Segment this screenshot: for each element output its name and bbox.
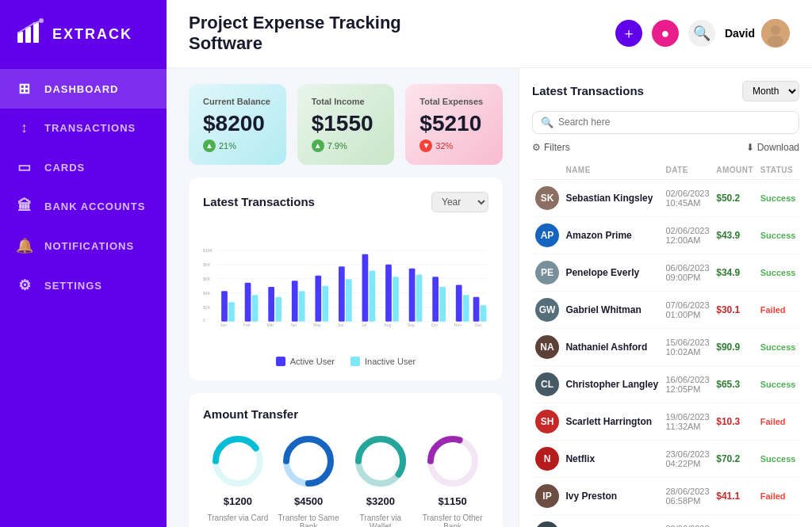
svg-rect-23 <box>268 287 274 322</box>
svg-point-3 <box>39 18 44 23</box>
status-badge: Failed <box>760 305 786 315</box>
svg-point-6 <box>768 36 783 47</box>
svg-rect-2 <box>33 22 39 43</box>
tx-date-cell: 19/06/2023 11:32AM <box>662 403 713 440</box>
svg-rect-27 <box>315 276 321 322</box>
tx-amount: $30.1 <box>716 304 740 315</box>
tx-date-cell: 16/06/2023 12:05PM <box>662 365 713 403</box>
legend-active: Active User <box>276 357 335 366</box>
tx-time: 04:22PM <box>665 459 710 468</box>
add-button[interactable]: ＋ <box>615 20 642 47</box>
svg-rect-38 <box>439 287 446 322</box>
tx-avatar-cell: SH <box>532 403 562 440</box>
record-button[interactable]: ● <box>652 20 679 47</box>
table-row[interactable]: GW Gabriel Whitman 07/06/2023 01:00PM $3… <box>532 291 799 328</box>
search-bar[interactable]: 🔍 <box>532 111 799 134</box>
sidebar-item-notifications[interactable]: 🔔NOTIFICATIONS <box>0 226 167 265</box>
tx-avatar: CL <box>535 372 559 396</box>
svg-text:Jun: Jun <box>337 323 343 327</box>
tx-avatar-cell: JM <box>532 514 562 527</box>
filters-button[interactable]: ⚙ Filters <box>532 142 570 153</box>
tx-status-cell: Failed <box>757 403 799 440</box>
tx-status-cell: Success <box>757 440 799 477</box>
transactions-icon: ↕ <box>16 120 33 136</box>
tx-time: 06:58PM <box>665 496 710 506</box>
download-icon: ⬇ <box>746 142 754 153</box>
status-badge: Failed <box>760 417 786 426</box>
cards-icon: ▭ <box>16 158 33 176</box>
stat-card-expenses: Total Expenses $5210 ▼ 32% <box>405 84 503 165</box>
tx-time: 12:05PM <box>665 384 710 394</box>
tx-avatar-cell: PE <box>532 254 562 291</box>
sidebar-item-transactions[interactable]: ↕TRANSACTIONS <box>0 109 167 147</box>
period-select[interactable]: Month Week Year <box>742 81 799 101</box>
svg-rect-32 <box>370 270 376 321</box>
tx-avatar-cell: GW <box>532 291 562 328</box>
stat-change-text: 21% <box>219 141 236 151</box>
tx-name-cell: Amazon Prime <box>562 216 662 254</box>
table-row[interactable]: PE Penelope Everly 06/06/2023 09:00PM $3… <box>532 254 799 291</box>
nav-label: NOTIFICATIONS <box>44 240 134 252</box>
tx-name: Sebastian Kingsley <box>565 193 659 204</box>
tx-avatar-cell: N <box>532 440 562 477</box>
tx-amount: $43.9 <box>716 230 740 241</box>
tx-avatar: JM <box>535 521 559 527</box>
transactions-table: NAME DATE AMOUNT STATUS SK Sebastian Kin… <box>532 161 799 527</box>
stat-label: Total Expenses <box>419 97 488 106</box>
tx-time: 12:00AM <box>665 235 710 245</box>
tx-avatar: NA <box>535 335 559 359</box>
tx-avatar: AP <box>535 223 559 247</box>
table-row[interactable]: CL Christopher Langley 16/06/2023 12:05P… <box>532 365 799 403</box>
chart-period-select[interactable]: Year Month Week <box>431 192 488 212</box>
sidebar-item-dashboard[interactable]: ⊞DASHBOARD <box>0 69 167 109</box>
search-input[interactable] <box>558 116 791 128</box>
transfer-label: Transfer to Other Bank <box>421 514 485 527</box>
search-button[interactable]: 🔍 <box>688 20 715 47</box>
tx-status-cell: Success <box>757 328 799 365</box>
sidebar-item-settings[interactable]: ⚙SETTINGS <box>0 265 167 305</box>
svg-rect-31 <box>362 254 369 322</box>
transfer-amount: $1200 <box>224 495 252 507</box>
tx-name-cell: Scarlett Harrington <box>562 403 662 440</box>
stat-card-income: Total Income $1550 ▲ 7.9% <box>297 84 395 165</box>
table-row[interactable]: SK Sebastian Kingsley 02/06/2023 10:45AM… <box>532 179 799 216</box>
tx-name-cell: Gabriel Whitman <box>562 291 662 328</box>
svg-text:Oct: Oct <box>431 323 439 327</box>
tx-name-cell: Penelope Everly <box>562 254 662 291</box>
tx-name-cell: Christopher Langley <box>562 365 662 403</box>
svg-rect-35 <box>409 269 416 322</box>
svg-text:$4K: $4K <box>203 291 211 296</box>
table-row[interactable]: AP Amazon Prime 02/06/2023 12:00AM $43.9… <box>532 216 799 254</box>
sidebar-item-cards[interactable]: ▭CARDS <box>0 147 167 187</box>
transfer-item-2: $3200 Transfer via Wallet <box>349 433 412 527</box>
bank-accounts-icon: 🏛 <box>16 198 33 215</box>
tx-date: 15/06/2023 <box>665 338 710 347</box>
sidebar-item-bank-accounts[interactable]: 🏛BANK ACCOUNTS <box>0 187 167 226</box>
tx-date-cell: 07/06/2023 01:00PM <box>662 291 713 328</box>
table-row[interactable]: IP Ivy Preston 28/06/2023 06:58PM $41.1 … <box>532 477 799 514</box>
tx-name: Nathaniel Ashford <box>565 342 659 353</box>
download-button[interactable]: ⬇ Download <box>746 142 799 153</box>
col-status: STATUS <box>757 161 799 180</box>
table-row[interactable]: SH Scarlett Harrington 19/06/2023 11:32A… <box>532 403 799 440</box>
svg-text:$10K: $10K <box>203 248 213 253</box>
table-row[interactable]: JM Julian Montgomery 30/06/2023 08:46AM … <box>532 514 799 527</box>
tx-amount-cell: $70.2 <box>713 440 757 477</box>
col-name: NAME <box>562 161 662 180</box>
legend-inactive: Inactive User <box>350 357 416 366</box>
svg-text:Jul: Jul <box>362 323 367 327</box>
svg-rect-21 <box>245 283 251 322</box>
table-row[interactable]: N Netflix 23/06/2023 04:22PM $70.2 Succe… <box>532 440 799 477</box>
tx-amount-cell: $65.3 <box>713 365 757 403</box>
svg-text:Nov: Nov <box>454 323 462 327</box>
stat-value: $8200 <box>203 111 272 136</box>
svg-text:Sep: Sep <box>408 323 415 327</box>
tx-name: Christopher Langley <box>565 379 659 390</box>
tx-amount-cell: $41.1 <box>713 477 757 514</box>
tx-date-cell: 02/06/2023 12:00AM <box>662 216 713 254</box>
filter-icon: ⚙ <box>532 142 541 153</box>
svg-text:Jan: Jan <box>220 323 227 327</box>
table-row[interactable]: NA Nathaniel Ashford 15/06/2023 10:02AM … <box>532 328 799 365</box>
tx-amount-cell: $34.9 <box>713 254 757 291</box>
transfer-amount: $4500 <box>294 495 323 507</box>
